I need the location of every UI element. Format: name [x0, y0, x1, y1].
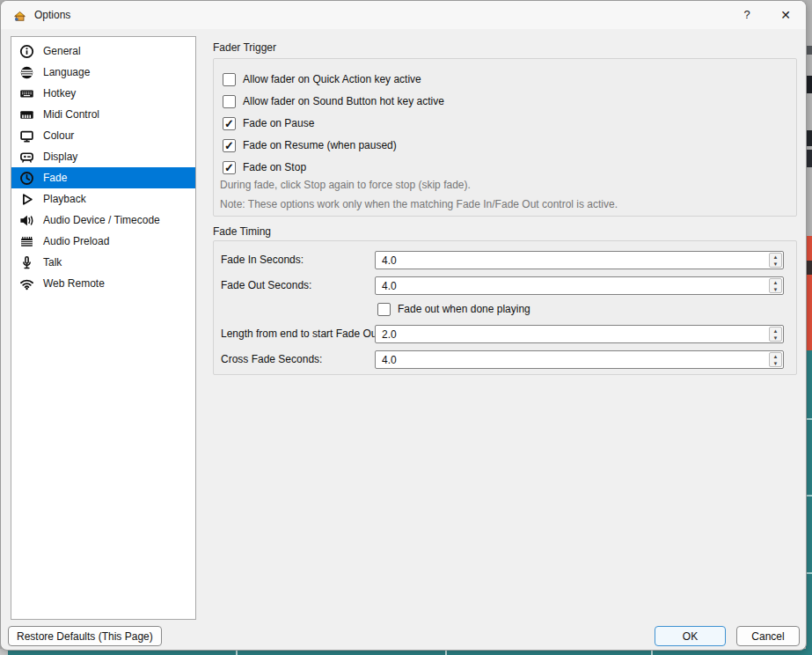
fade-out-seconds-label: Fade Out Seconds: [221, 276, 311, 295]
cross-fade-seconds-field [375, 350, 784, 369]
title-bar: Options ? ✕ [1, 1, 806, 29]
sidebar-item-display[interactable]: Display [11, 146, 195, 167]
wifi-icon [19, 276, 34, 291]
cross-fade-seconds-label: Cross Fade Seconds: [221, 350, 322, 369]
sidebar-item-audio-device-timecode[interactable]: Audio Device / Timecode [11, 210, 195, 231]
sidebar-item-hotkey[interactable]: Hotkey [11, 83, 195, 104]
screen: Options ? ✕ General Language Hotkey Midi… [0, 0, 812, 655]
checkbox-box[interactable] [223, 73, 236, 86]
sidebar-item-talk[interactable]: Talk [11, 252, 195, 273]
checkbox-row-fade-on-stop[interactable]: Fade on Stop [223, 160, 306, 174]
checkbox-box[interactable] [377, 303, 391, 316]
close-button[interactable]: ✕ [767, 1, 804, 28]
keyboard-icon [19, 86, 34, 101]
checkbox-box[interactable] [223, 117, 236, 130]
settings-sidebar: General Language Hotkey Midi Control Col… [11, 36, 196, 620]
app-icon [12, 8, 27, 23]
checkbox-row-allow-fader-sound-button[interactable]: Allow fader on Sound Button hot key acti… [223, 94, 444, 108]
checkbox-box[interactable] [223, 95, 236, 108]
sidebar-item-language[interactable]: Language [11, 62, 195, 83]
length-from-end-field [375, 325, 784, 343]
fade-timing-group-title: Fade Timing [213, 225, 271, 238]
checkbox-row-allow-fader-quick-action[interactable]: Allow fader on Quick Action key active [223, 72, 421, 86]
spin-down-icon[interactable] [773, 335, 779, 342]
spin-down-icon[interactable] [773, 360, 779, 367]
monitor-icon [19, 129, 34, 144]
fade-in-seconds-label: Fade In Seconds: [221, 251, 304, 269]
sidebar-item-general[interactable]: General [11, 40, 195, 62]
projector-icon [19, 150, 34, 165]
fade-timing-groupbox: Fade In Seconds: Fade Out Seconds: Fade … [213, 240, 797, 375]
spin-up-icon[interactable] [773, 279, 779, 286]
microphone-icon [19, 255, 34, 270]
window-title: Options [34, 9, 70, 21]
fader-trigger-groupbox: Allow fader on Quick Action key active A… [213, 58, 797, 217]
memory-chip-icon [19, 234, 34, 249]
info-icon [19, 44, 34, 59]
checkbox-row-fade-on-resume[interactable]: Fade on Resume (when paused) [223, 138, 397, 152]
fade-out-seconds-spinner[interactable] [769, 278, 782, 293]
fade-in-seconds-field [375, 251, 784, 269]
background-app-right-edge [806, 0, 812, 655]
spin-down-icon[interactable] [773, 261, 779, 268]
globe-icon [19, 65, 34, 80]
fade-in-seconds-spinner[interactable] [769, 253, 782, 268]
play-icon [19, 192, 34, 207]
fade-out-seconds-field [375, 276, 784, 295]
background-teal-strip [806, 350, 812, 655]
restore-defaults-button[interactable]: Restore Defaults (This Page) [8, 626, 162, 646]
cancel-button[interactable]: Cancel [736, 626, 800, 646]
fade-out-seconds-input[interactable] [375, 276, 784, 295]
fade-note-matching-control: Note: These options work only when the m… [220, 198, 618, 210]
sidebar-item-web-remote[interactable]: Web Remote [11, 273, 195, 294]
sidebar-item-midi-control[interactable]: Midi Control [11, 104, 195, 125]
background-red-strip [806, 236, 812, 350]
cross-fade-seconds-spinner[interactable] [769, 352, 782, 367]
ok-button[interactable]: OK [655, 626, 726, 646]
checkbox-box[interactable] [223, 161, 236, 174]
spin-down-icon[interactable] [773, 286, 779, 293]
sidebar-item-fade[interactable]: Fade [11, 167, 195, 188]
checkbox-row-fade-out-when-done[interactable]: Fade out when done playing [377, 302, 530, 316]
spin-up-icon[interactable] [773, 353, 779, 360]
fade-in-seconds-input[interactable] [375, 251, 784, 269]
checkbox-box[interactable] [223, 139, 236, 152]
sidebar-item-audio-preload[interactable]: Audio Preload [11, 231, 195, 252]
length-from-end-input[interactable] [375, 325, 784, 343]
piano-icon [19, 107, 34, 122]
sidebar-item-playback[interactable]: Playback [11, 188, 195, 210]
options-dialog: Options ? ✕ General Language Hotkey Midi… [0, 0, 807, 651]
length-from-end-label: Length from end to start Fade Out: [221, 325, 383, 343]
spin-up-icon[interactable] [773, 254, 779, 261]
spin-up-icon[interactable] [773, 328, 779, 335]
cross-fade-seconds-input[interactable] [375, 350, 784, 369]
length-from-end-spinner[interactable] [769, 327, 782, 342]
speaker-icon [19, 213, 34, 228]
help-button[interactable]: ? [728, 1, 765, 28]
clock-icon [19, 171, 34, 186]
sidebar-item-colour[interactable]: Colour [11, 125, 195, 146]
fader-trigger-group-title: Fader Trigger [213, 41, 276, 54]
fade-note-force-stop: During fade, click Stop again to force s… [220, 179, 471, 191]
checkbox-row-fade-on-pause[interactable]: Fade on Pause [223, 116, 314, 130]
